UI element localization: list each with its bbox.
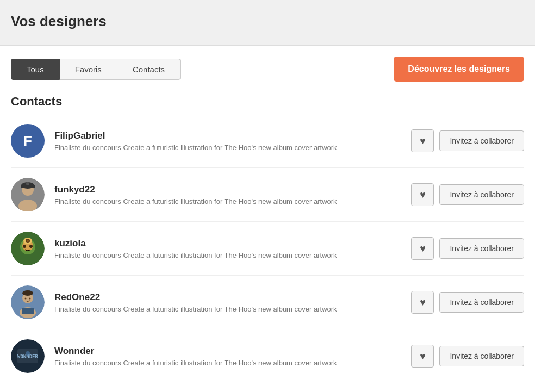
designer-actions: ♥ Invitez à collaborer [411, 237, 524, 260]
designer-description: Finaliste du concours Create a futuristi… [54, 359, 411, 367]
avatar [11, 178, 45, 211]
designer-name: FilipGabriel [54, 130, 411, 141]
tab-group: Tous Favoris Contacts [11, 59, 181, 80]
designer-name: RedOne22 [54, 292, 411, 303]
svg-point-20 [22, 290, 33, 296]
favorite-button[interactable]: ♥ [411, 129, 434, 152]
svg-point-24 [26, 351, 30, 356]
svg-point-13 [29, 245, 33, 248]
designer-list: F FilipGabriel Finaliste du concours Cre… [11, 114, 524, 383]
designer-info: kuziola Finaliste du concours Create a f… [54, 238, 411, 259]
invite-button[interactable]: Invitez à collaborer [439, 184, 524, 205]
avatar-letter-text: F [23, 133, 32, 150]
designer-info: FilipGabriel Finaliste du concours Creat… [54, 130, 411, 152]
tab-favoris[interactable]: Favoris [60, 59, 117, 80]
page-title: Vos designers [11, 13, 524, 30]
tabs-action-bar: Tous Favoris Contacts Découvrez les desi… [11, 57, 524, 82]
contacts-section-title: Contacts [11, 95, 524, 109]
svg-point-18 [25, 298, 27, 300]
designer-actions: ♥ Invitez à collaborer [411, 345, 524, 368]
designer-name: funkyd22 [54, 184, 411, 195]
svg-point-19 [29, 298, 31, 300]
designer-actions: ♥ Invitez à collaborer [411, 291, 524, 314]
designer-actions: ♥ Invitez à collaborer [411, 129, 524, 152]
invite-button[interactable]: Invitez à collaborer [439, 346, 524, 366]
list-item: funkyd22 Finaliste du concours Create a … [11, 168, 524, 222]
designer-description: Finaliste du concours Create a futuristi… [54, 305, 411, 313]
designer-description: Finaliste du concours Create a futuristi… [54, 197, 411, 206]
svg-rect-4 [21, 185, 35, 188]
designer-description: Finaliste du concours Create a futuristi… [54, 251, 411, 259]
svg-point-5 [26, 182, 29, 185]
avatar [11, 232, 45, 265]
designer-actions: ♥ Invitez à collaborer [411, 183, 524, 206]
designer-info: Wonnder Finaliste du concours Create a f… [54, 346, 411, 367]
favorite-button[interactable]: ♥ [411, 291, 434, 314]
invite-button[interactable]: Invitez à collaborer [439, 238, 524, 259]
favorite-button[interactable]: ♥ [411, 183, 434, 206]
designer-info: funkyd22 Finaliste du concours Create a … [54, 184, 411, 206]
favorite-button[interactable]: ♥ [411, 345, 434, 368]
avatar [11, 285, 45, 319]
list-item: WONNDER Wonnder Finaliste du concours Cr… [11, 329, 524, 383]
invite-button[interactable]: Invitez à collaborer [439, 130, 524, 151]
invite-button[interactable]: Invitez à collaborer [439, 292, 524, 313]
list-item: kuziola Finaliste du concours Create a f… [11, 222, 524, 276]
designer-name: kuziola [54, 238, 411, 249]
tab-contacts[interactable]: Contacts [117, 59, 181, 80]
discover-designers-button[interactable]: Découvrez les designers [394, 57, 524, 82]
favorite-button[interactable]: ♥ [411, 237, 434, 260]
list-item: RedOne22 Finaliste du concours Create a … [11, 276, 524, 329]
list-item: F FilipGabriel Finaliste du concours Cre… [11, 114, 524, 168]
designer-description: Finaliste du concours Create a futuristi… [54, 144, 411, 152]
avatar: WONNDER [11, 339, 45, 373]
svg-point-11 [27, 240, 29, 242]
avatar: F [11, 124, 45, 158]
designer-name: Wonnder [54, 346, 411, 357]
svg-rect-17 [22, 308, 34, 314]
svg-point-12 [23, 245, 26, 248]
tab-tous[interactable]: Tous [11, 59, 60, 80]
designer-info: RedOne22 Finaliste du concours Create a … [54, 292, 411, 313]
